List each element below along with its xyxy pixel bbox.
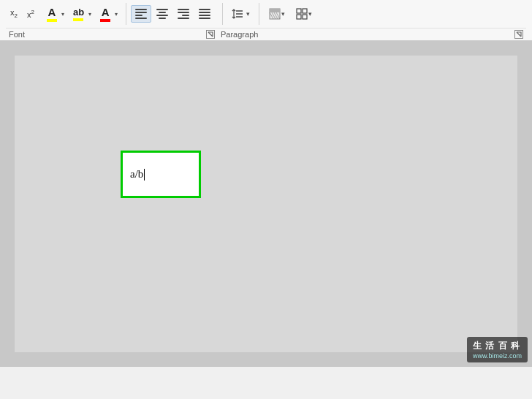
svg-rect-11: [297, 15, 301, 19]
ribbon-labels-row: Font Paragraph: [6, 28, 526, 40]
svg-rect-4: [270, 9, 280, 12]
paragraph-expand-svg: [516, 31, 522, 37]
paragraph-group-label: Paragraph: [221, 30, 258, 39]
font-color2-group[interactable]: A ▾: [96, 4, 120, 24]
font-color2-main: A: [97, 4, 113, 23]
align-left-button[interactable]: [131, 5, 151, 23]
shading-icon: [268, 7, 281, 20]
highlight-color-group[interactable]: ab ▾: [69, 4, 94, 23]
font-color-dropdown-arrow[interactable]: ▾: [60, 4, 66, 23]
highlight-color-main: ab: [70, 5, 87, 23]
document-page: a/b: [15, 56, 517, 352]
subscript-button[interactable]: x2: [6, 6, 22, 21]
text-box[interactable]: a/b: [121, 151, 201, 198]
separator-1: [126, 3, 126, 25]
font-color-group[interactable]: A ▾: [43, 4, 66, 24]
align-right-button[interactable]: [173, 5, 194, 23]
svg-line-14: [517, 32, 521, 37]
separator-2: [222, 3, 223, 25]
font-color2-underline-red: [100, 19, 110, 22]
sub-sup-group: x2 x2: [6, 6, 39, 21]
font-group-label: Font: [9, 30, 25, 39]
svg-line-13: [208, 32, 213, 37]
borders-arrow: ▾: [308, 10, 312, 18]
svg-rect-12: [303, 15, 307, 19]
line-spacing-button[interactable]: ▾: [227, 4, 254, 23]
justify-icon: [199, 9, 210, 19]
borders-button[interactable]: ▾: [291, 4, 316, 23]
paragraph-expand-icon[interactable]: [514, 30, 523, 39]
align-center-button[interactable]: [152, 5, 172, 23]
align-left-icon: [135, 9, 147, 19]
shading-button[interactable]: ▾: [264, 4, 289, 23]
line-spacing-arrow: ▾: [246, 10, 250, 18]
subscript-label: x2: [10, 8, 18, 19]
paragraph-group-label-area: Paragraph: [218, 30, 526, 39]
shading-arrow: ▾: [281, 10, 285, 18]
font-color-letter: A: [48, 6, 56, 18]
text-box-content: a/b: [130, 168, 143, 180]
font-color2-letter: A: [102, 6, 110, 18]
superscript-label: x2: [27, 9, 34, 19]
font-expand-svg: [208, 31, 213, 37]
watermark-line1: 生 活 百 科: [473, 340, 522, 352]
watermark-line2: www.bimeiz.com: [473, 352, 522, 360]
ribbon-toolbar-row: x2 x2 A ▾ ab ▾ A: [6, 3, 526, 28]
text-cursor: [144, 169, 145, 180]
borders-icon: [295, 7, 308, 20]
highlight-underline: [73, 18, 83, 21]
document-area: a/b 生 活 百 科 www.bimeiz.com: [0, 41, 532, 367]
superscript-button[interactable]: x2: [23, 7, 39, 21]
font-group-label-area: Font: [6, 30, 218, 39]
font-color-underline-yellow: [47, 19, 57, 22]
alignment-group: [131, 5, 215, 23]
justify-button[interactable]: [194, 5, 215, 23]
ribbon: x2 x2 A ▾ ab ▾ A: [0, 0, 532, 41]
font-color2-dropdown-arrow[interactable]: ▾: [113, 4, 119, 23]
watermark: 生 活 百 科 www.bimeiz.com: [467, 337, 528, 362]
svg-rect-9: [297, 9, 301, 13]
line-spacing-icon: [232, 7, 245, 20]
separator-3: [259, 3, 259, 25]
font-expand-icon[interactable]: [206, 30, 215, 39]
highlight-dropdown-arrow[interactable]: ▾: [87, 5, 93, 23]
font-color-main: A: [44, 4, 60, 23]
align-center-icon: [156, 9, 168, 19]
align-right-icon: [178, 9, 189, 19]
svg-rect-10: [303, 9, 307, 13]
highlight-label: ab: [73, 7, 84, 18]
